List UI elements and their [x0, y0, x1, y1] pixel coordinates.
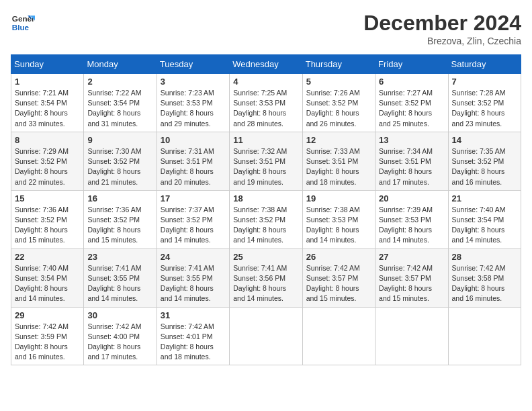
day-info: Sunrise: 7:41 AMSunset: 3:55 PMDaylight:…	[161, 263, 226, 304]
day-cell-26: 26Sunrise: 7:42 AMSunset: 3:57 PMDayligh…	[302, 248, 375, 307]
day-number: 28	[452, 252, 517, 262]
page-header: General Blue December 2024 Brezova, Zlin…	[11, 11, 521, 46]
weekday-header-sunday: Sunday	[11, 55, 84, 74]
day-cell-12: 12Sunrise: 7:33 AMSunset: 3:51 PMDayligh…	[302, 132, 375, 190]
week-row-5: 29Sunrise: 7:42 AMSunset: 3:59 PMDayligh…	[11, 307, 521, 365]
day-number: 18	[233, 193, 298, 203]
day-info: Sunrise: 7:25 AMSunset: 3:53 PMDaylight:…	[233, 88, 298, 129]
day-number: 29	[15, 310, 80, 320]
day-cell-31: 31Sunrise: 7:42 AMSunset: 4:01 PMDayligh…	[157, 307, 229, 365]
day-cell-14: 14Sunrise: 7:35 AMSunset: 3:52 PMDayligh…	[448, 132, 521, 190]
weekday-header-monday: Monday	[84, 55, 157, 74]
day-cell-2: 2Sunrise: 7:22 AMSunset: 3:54 PMDaylight…	[84, 74, 157, 132]
day-number: 1	[15, 77, 80, 87]
day-cell-13: 13Sunrise: 7:34 AMSunset: 3:51 PMDayligh…	[375, 132, 448, 190]
day-cell-7: 7Sunrise: 7:28 AMSunset: 3:52 PMDaylight…	[448, 74, 521, 132]
day-cell-23: 23Sunrise: 7:41 AMSunset: 3:55 PMDayligh…	[84, 248, 157, 307]
day-number: 10	[161, 135, 226, 145]
day-cell-18: 18Sunrise: 7:38 AMSunset: 3:52 PMDayligh…	[230, 190, 302, 248]
weekday-header-friday: Friday	[375, 55, 448, 74]
day-info: Sunrise: 7:40 AMSunset: 3:54 PMDaylight:…	[15, 263, 80, 304]
day-cell-9: 9Sunrise: 7:30 AMSunset: 3:52 PMDaylight…	[84, 132, 157, 190]
weekday-header-thursday: Thursday	[302, 55, 375, 74]
logo: General Blue	[11, 11, 35, 35]
day-number: 16	[87, 193, 152, 203]
day-cell-30: 30Sunrise: 7:42 AMSunset: 4:00 PMDayligh…	[84, 307, 157, 365]
day-info: Sunrise: 7:34 AMSunset: 3:51 PMDaylight:…	[379, 146, 444, 187]
day-cell-6: 6Sunrise: 7:27 AMSunset: 3:52 PMDaylight…	[375, 74, 448, 132]
weekday-header-wednesday: Wednesday	[230, 55, 302, 74]
day-number: 14	[452, 135, 517, 145]
day-cell-19: 19Sunrise: 7:38 AMSunset: 3:53 PMDayligh…	[302, 190, 375, 248]
day-cell-4: 4Sunrise: 7:25 AMSunset: 3:53 PMDaylight…	[230, 74, 302, 132]
day-cell-28: 28Sunrise: 7:42 AMSunset: 3:58 PMDayligh…	[448, 248, 521, 307]
week-row-3: 15Sunrise: 7:36 AMSunset: 3:52 PMDayligh…	[11, 190, 521, 248]
day-info: Sunrise: 7:37 AMSunset: 3:52 PMDaylight:…	[161, 205, 226, 246]
day-cell-17: 17Sunrise: 7:37 AMSunset: 3:52 PMDayligh…	[157, 190, 229, 248]
calendar-table: SundayMondayTuesdayWednesdayThursdayFrid…	[11, 54, 521, 365]
day-info: Sunrise: 7:38 AMSunset: 3:53 PMDaylight:…	[306, 205, 371, 246]
day-number: 6	[379, 77, 444, 87]
day-number: 4	[233, 77, 298, 87]
day-info: Sunrise: 7:42 AMSunset: 4:00 PMDaylight:…	[87, 322, 152, 363]
day-cell-15: 15Sunrise: 7:36 AMSunset: 3:52 PMDayligh…	[11, 190, 84, 248]
empty-cell	[302, 307, 375, 365]
day-number: 26	[306, 252, 371, 262]
day-cell-29: 29Sunrise: 7:42 AMSunset: 3:59 PMDayligh…	[11, 307, 84, 365]
day-number: 25	[233, 252, 298, 262]
day-number: 12	[306, 135, 371, 145]
day-info: Sunrise: 7:33 AMSunset: 3:51 PMDaylight:…	[306, 146, 371, 187]
day-number: 2	[87, 77, 152, 87]
day-cell-16: 16Sunrise: 7:36 AMSunset: 3:52 PMDayligh…	[84, 190, 157, 248]
day-number: 21	[452, 193, 517, 203]
day-number: 31	[161, 310, 226, 320]
day-info: Sunrise: 7:40 AMSunset: 3:54 PMDaylight:…	[452, 205, 517, 246]
day-info: Sunrise: 7:42 AMSunset: 3:57 PMDaylight:…	[306, 263, 371, 304]
day-number: 27	[379, 252, 444, 262]
day-cell-11: 11Sunrise: 7:32 AMSunset: 3:51 PMDayligh…	[230, 132, 302, 190]
day-number: 24	[161, 252, 226, 262]
weekday-header-tuesday: Tuesday	[157, 55, 229, 74]
day-info: Sunrise: 7:41 AMSunset: 3:56 PMDaylight:…	[233, 263, 298, 304]
location: Brezova, Zlin, Czechia	[363, 36, 521, 46]
empty-cell	[230, 307, 302, 365]
empty-cell	[375, 307, 448, 365]
day-cell-8: 8Sunrise: 7:29 AMSunset: 3:52 PMDaylight…	[11, 132, 84, 190]
day-info: Sunrise: 7:26 AMSunset: 3:52 PMDaylight:…	[306, 88, 371, 129]
day-number: 9	[87, 135, 152, 145]
day-number: 23	[87, 252, 152, 262]
week-row-2: 8Sunrise: 7:29 AMSunset: 3:52 PMDaylight…	[11, 132, 521, 190]
weekday-header-saturday: Saturday	[448, 55, 521, 74]
day-cell-5: 5Sunrise: 7:26 AMSunset: 3:52 PMDaylight…	[302, 74, 375, 132]
day-info: Sunrise: 7:23 AMSunset: 3:53 PMDaylight:…	[161, 88, 226, 129]
day-number: 7	[452, 77, 517, 87]
day-cell-22: 22Sunrise: 7:40 AMSunset: 3:54 PMDayligh…	[11, 248, 84, 307]
day-info: Sunrise: 7:42 AMSunset: 3:58 PMDaylight:…	[452, 263, 517, 304]
day-number: 3	[161, 77, 226, 87]
day-info: Sunrise: 7:42 AMSunset: 4:01 PMDaylight:…	[161, 322, 226, 363]
day-info: Sunrise: 7:27 AMSunset: 3:52 PMDaylight:…	[379, 88, 444, 129]
svg-text:Blue: Blue	[12, 23, 30, 32]
day-number: 8	[15, 135, 80, 145]
day-info: Sunrise: 7:32 AMSunset: 3:51 PMDaylight:…	[233, 146, 298, 187]
day-info: Sunrise: 7:36 AMSunset: 3:52 PMDaylight:…	[87, 205, 152, 246]
day-info: Sunrise: 7:36 AMSunset: 3:52 PMDaylight:…	[15, 205, 80, 246]
day-info: Sunrise: 7:39 AMSunset: 3:53 PMDaylight:…	[379, 205, 444, 246]
day-cell-3: 3Sunrise: 7:23 AMSunset: 3:53 PMDaylight…	[157, 74, 229, 132]
day-cell-1: 1Sunrise: 7:21 AMSunset: 3:54 PMDaylight…	[11, 74, 84, 132]
day-info: Sunrise: 7:42 AMSunset: 3:59 PMDaylight:…	[15, 322, 80, 363]
day-number: 30	[87, 310, 152, 320]
day-info: Sunrise: 7:29 AMSunset: 3:52 PMDaylight:…	[15, 146, 80, 187]
logo-icon: General Blue	[11, 11, 35, 35]
day-info: Sunrise: 7:38 AMSunset: 3:52 PMDaylight:…	[233, 205, 298, 246]
day-info: Sunrise: 7:41 AMSunset: 3:55 PMDaylight:…	[87, 263, 152, 304]
day-number: 19	[306, 193, 371, 203]
day-info: Sunrise: 7:28 AMSunset: 3:52 PMDaylight:…	[452, 88, 517, 129]
day-cell-24: 24Sunrise: 7:41 AMSunset: 3:55 PMDayligh…	[157, 248, 229, 307]
title-section: December 2024 Brezova, Zlin, Czechia	[363, 11, 521, 46]
day-info: Sunrise: 7:35 AMSunset: 3:52 PMDaylight:…	[452, 146, 517, 187]
empty-cell	[448, 307, 521, 365]
weekday-header-row: SundayMondayTuesdayWednesdayThursdayFrid…	[11, 55, 521, 74]
day-number: 5	[306, 77, 371, 87]
day-number: 11	[233, 135, 298, 145]
